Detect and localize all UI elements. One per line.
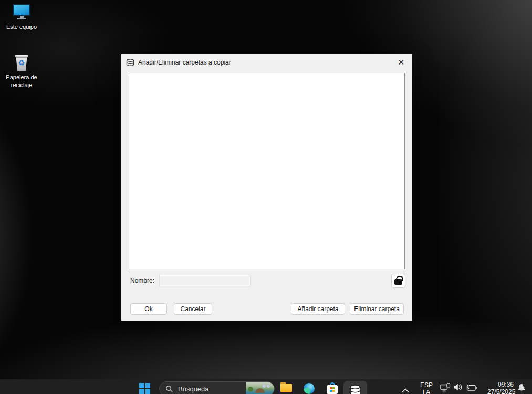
file-explorer-icon[interactable] — [280, 384, 292, 392]
search-placeholder: Búsqueda — [178, 385, 246, 393]
start-button[interactable] — [139, 383, 150, 394]
desktop: Este equipo ♻ Papelera de reciclaje Añad… — [0, 0, 532, 394]
lock-button[interactable] — [391, 274, 405, 288]
cancel-button[interactable]: Cancelar — [174, 303, 212, 315]
search-icon — [165, 385, 173, 393]
recycle-bin-icon: ♻ — [15, 55, 28, 71]
battery-icon[interactable] — [465, 384, 477, 393]
search-highlight-image — [246, 381, 274, 394]
add-folder-button[interactable]: Añadir carpeta — [291, 303, 345, 315]
database-app-taskbar-button[interactable] — [343, 381, 367, 394]
folder-list[interactable] — [129, 73, 405, 269]
dialog-add-remove-folders: Añadir/Eliminar carpetas a copiar ✕ Nomb… — [121, 54, 412, 321]
remove-folder-button[interactable]: Eliminar carpeta — [350, 303, 404, 315]
clock-date: 27/5/2025 — [487, 388, 514, 394]
taskbar: Búsqueda ESP LA — [0, 379, 532, 394]
this-pc-icon — [12, 4, 31, 21]
database-icon — [349, 385, 361, 394]
language-code: ESP — [419, 381, 434, 389]
clock-time: 09:36 — [487, 381, 514, 388]
dialog-button-row: Ok Cancelar Añadir carpeta Eliminar carp… — [121, 303, 412, 315]
desktop-icon-label: Papelera de reciclaje — [1, 73, 42, 89]
desktop-icon-label: Este equipo — [1, 23, 42, 31]
close-icon[interactable]: ✕ — [392, 54, 411, 70]
language-indicator[interactable]: ESP LA — [419, 381, 434, 394]
microsoft-store-icon[interactable] — [327, 382, 338, 394]
tray-expand-chevron-icon[interactable] — [402, 385, 409, 394]
notification-bell-dnd-icon[interactable]: z — [517, 383, 526, 394]
language-region: LA — [419, 389, 434, 394]
name-label: Nombre: — [130, 277, 154, 284]
desktop-icon-this-pc[interactable]: Este equipo — [1, 4, 42, 31]
database-icon — [126, 59, 134, 66]
name-input[interactable] — [160, 275, 250, 286]
dialog-title: Añadir/Eliminar carpetas a copiar — [138, 59, 231, 66]
network-icon[interactable] — [440, 383, 451, 394]
svg-text:z: z — [523, 384, 525, 388]
edge-browser-icon[interactable] — [304, 383, 315, 394]
ok-button[interactable]: Ok — [130, 303, 167, 315]
windows-logo-icon — [139, 383, 144, 388]
recycle-symbol-icon: ♻ — [15, 59, 28, 67]
name-row: Nombre: — [121, 274, 412, 290]
volume-icon[interactable] — [453, 383, 463, 393]
desktop-icon-recycle-bin[interactable]: ♻ Papelera de reciclaje — [1, 55, 42, 89]
clock[interactable]: 09:36 27/5/2025 — [487, 381, 514, 394]
dialog-titlebar[interactable]: Añadir/Eliminar carpetas a copiar ✕ — [121, 54, 412, 70]
search-box[interactable]: Búsqueda — [159, 381, 275, 394]
lock-icon — [394, 279, 402, 285]
